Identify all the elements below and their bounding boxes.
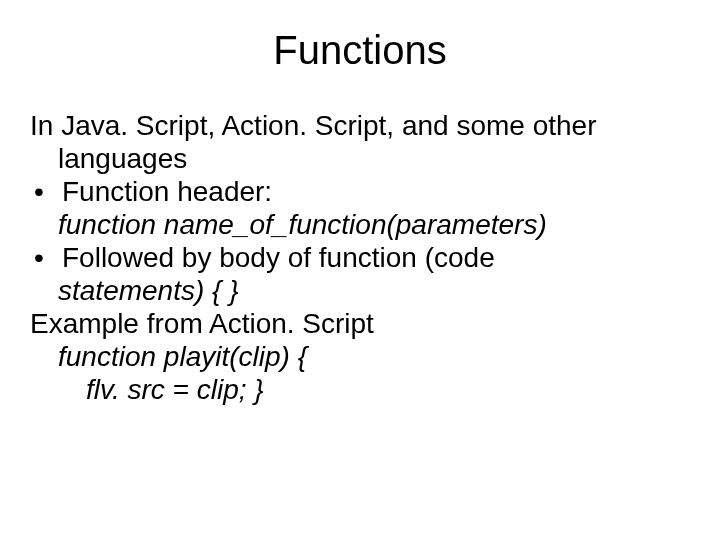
bullet-item-1: • Function header: xyxy=(30,175,690,208)
body-line-8: function playit(clip) { xyxy=(30,340,690,373)
bullet-icon: • xyxy=(30,241,62,274)
body-line-2: languages xyxy=(30,142,690,175)
slide-title: Functions xyxy=(30,28,690,73)
slide-body: In Java. Script, Action. Script, and som… xyxy=(30,109,690,406)
body-line-7: Example from Action. Script xyxy=(30,307,690,340)
bullet-icon: • xyxy=(30,175,62,208)
bullet-text-1: Function header: xyxy=(62,175,690,208)
slide: Functions In Java. Script, Action. Scrip… xyxy=(0,0,720,540)
bullet-text-2: Followed by body of function (code xyxy=(62,241,690,274)
body-line-9: flv. src = clip; } xyxy=(30,373,690,406)
body-line-1: In Java. Script, Action. Script, and som… xyxy=(30,109,690,142)
body-line-4: function name_of_function(parameters) xyxy=(30,208,690,241)
body-line-6: statements) { } xyxy=(30,274,690,307)
bullet-item-2: • Followed by body of function (code xyxy=(30,241,690,274)
